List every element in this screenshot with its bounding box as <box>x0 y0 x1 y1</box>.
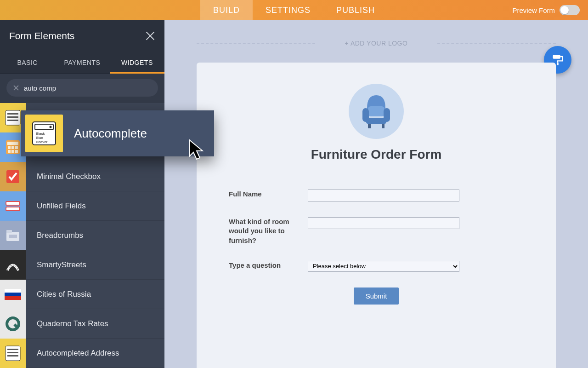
sidebar-tab-widgets-label: WIDGETS <box>121 59 153 66</box>
sidebar-tabs: BASIC PAYMENTS WIDGETS <box>0 52 164 74</box>
widget-item-label: Breadcrumbs <box>37 231 83 240</box>
svg-rect-9 <box>8 150 11 153</box>
armchair-icon <box>358 92 395 131</box>
widget-item-quaderno[interactable]: Quaderno Tax Rates <box>26 309 164 339</box>
sidebar-tab-widgets[interactable]: WIDGETS <box>110 52 164 73</box>
preview-form-toggle-group: Preview Form <box>512 0 580 20</box>
svg-rect-26 <box>7 355 18 356</box>
search-wrap <box>0 74 164 102</box>
field-fullname: Full Name <box>229 190 524 201</box>
dragged-widget-card[interactable]: Black Blue Beaver Autocomplete <box>21 110 214 156</box>
form-card: Furniture Order Form Full Name What kind… <box>197 63 556 368</box>
svg-rect-5 <box>7 142 18 145</box>
submit-row: Submit <box>229 288 524 305</box>
widget-item-label: Quaderno Tax Rates <box>37 319 108 328</box>
svg-rect-7 <box>11 146 14 149</box>
flag-russia-icon <box>5 289 21 300</box>
svg-text:Beaver: Beaver <box>36 140 48 144</box>
clear-search-icon[interactable] <box>13 85 19 91</box>
form-logo <box>349 84 404 139</box>
tab-settings[interactable]: SETTINGS <box>253 0 323 20</box>
search-input[interactable] <box>24 84 152 92</box>
svg-rect-20 <box>5 296 21 300</box>
strip-tile-unfilled[interactable] <box>0 191 26 221</box>
submit-button-label: Submit <box>366 292 387 300</box>
sidebar: Form Elements BASIC PAYMENTS WIDGETS <box>0 20 164 368</box>
field-question-label: Type a question <box>229 261 308 270</box>
svg-rect-25 <box>7 352 18 353</box>
svg-rect-3 <box>7 120 18 121</box>
tab-settings-label: SETTINGS <box>266 6 311 15</box>
svg-rect-33 <box>368 124 371 128</box>
tab-build[interactable]: BUILD <box>200 0 253 20</box>
add-logo-label: + ADD YOUR LOGO <box>345 40 408 47</box>
widget-item-breadcrumbs[interactable]: Breadcrumbs <box>26 221 164 250</box>
svg-rect-16 <box>6 230 12 233</box>
strip-tile-checkbox[interactable] <box>0 162 26 191</box>
svg-rect-32 <box>366 118 386 124</box>
field-question: Type a question Please select below <box>229 261 524 272</box>
top-nav: BUILD SETTINGS PUBLISH <box>200 0 388 20</box>
fullname-input[interactable] <box>308 190 459 201</box>
svg-text:Black: Black <box>36 132 45 136</box>
preview-form-toggle[interactable] <box>560 5 580 15</box>
calculator-icon <box>5 139 21 155</box>
svg-rect-28 <box>557 63 559 65</box>
field-room: What kind of room would you like to furn… <box>229 217 524 245</box>
strip-tile-smartystreets[interactable] <box>0 250 26 280</box>
widget-item-smartystreets[interactable]: SmartyStreets <box>26 250 164 280</box>
search-field[interactable] <box>6 79 158 97</box>
svg-rect-1 <box>7 113 18 115</box>
fields-icon <box>5 198 21 214</box>
svg-rect-10 <box>11 150 14 153</box>
svg-point-37 <box>50 126 52 128</box>
widget-item-autocompleted-address[interactable]: Autocompleted Address <box>26 339 164 368</box>
widget-item-label: Cities of Russia <box>37 290 91 299</box>
dragged-widget-thumb: Black Blue Beaver <box>25 115 63 152</box>
svg-rect-11 <box>15 150 18 153</box>
sidebar-tab-basic-label: BASIC <box>17 59 38 66</box>
svg-rect-19 <box>5 293 21 296</box>
strip-tile-quaderno[interactable] <box>0 309 26 339</box>
q-icon <box>5 316 21 332</box>
dragged-widget-label: Autocomplete <box>74 126 147 141</box>
add-logo-button[interactable]: + ADD YOUR LOGO <box>197 40 556 47</box>
svg-rect-29 <box>368 106 384 116</box>
svg-rect-27 <box>553 55 560 59</box>
checkbox-icon <box>5 168 21 185</box>
strip-tile-breadcrumbs[interactable] <box>0 221 26 250</box>
list-icon <box>5 109 21 126</box>
svg-rect-13 <box>6 201 20 205</box>
canvas: + ADD YOUR LOGO Furniture Order Form Ful… <box>164 20 588 368</box>
strip-tile-autocompleted-address[interactable] <box>0 339 26 368</box>
strip-tile-russia[interactable] <box>0 280 26 309</box>
preview-form-label: Preview Form <box>512 6 555 14</box>
widget-item-label: Unfilled Fields <box>37 201 86 211</box>
field-room-label: What kind of room would you like to furn… <box>229 217 308 245</box>
tab-build-label: BUILD <box>213 6 240 15</box>
room-input[interactable] <box>308 217 459 229</box>
svg-rect-8 <box>15 146 18 149</box>
widget-item-unfilled-fields[interactable]: Unfilled Fields <box>26 191 164 221</box>
svg-rect-14 <box>6 207 20 211</box>
svg-rect-34 <box>382 124 384 128</box>
mouse-cursor-icon <box>187 139 207 162</box>
submit-button[interactable]: Submit <box>354 288 399 305</box>
svg-rect-2 <box>7 116 18 118</box>
sidebar-tab-basic[interactable]: BASIC <box>0 52 55 73</box>
folder-icon <box>5 227 21 244</box>
address-list-icon <box>5 345 21 362</box>
autocomplete-thumb-icon: Black Blue Beaver <box>31 121 57 146</box>
widget-item-cities-of-russia[interactable]: Cities of Russia <box>26 280 164 309</box>
svg-rect-18 <box>5 289 21 293</box>
top-bar: BUILD SETTINGS PUBLISH Preview Form <box>0 0 588 20</box>
widget-item-minimal-checkbox[interactable]: Minimal Checkbox <box>26 162 164 191</box>
tab-publish[interactable]: PUBLISH <box>323 0 388 20</box>
question-select[interactable]: Please select below <box>308 261 459 272</box>
road-icon <box>5 257 21 273</box>
widget-item-label: SmartyStreets <box>37 260 86 270</box>
form-title: Furniture Order Form <box>229 147 524 162</box>
close-icon[interactable] <box>145 31 155 41</box>
sidebar-tab-payments[interactable]: PAYMENTS <box>55 52 109 73</box>
svg-rect-17 <box>9 235 17 238</box>
